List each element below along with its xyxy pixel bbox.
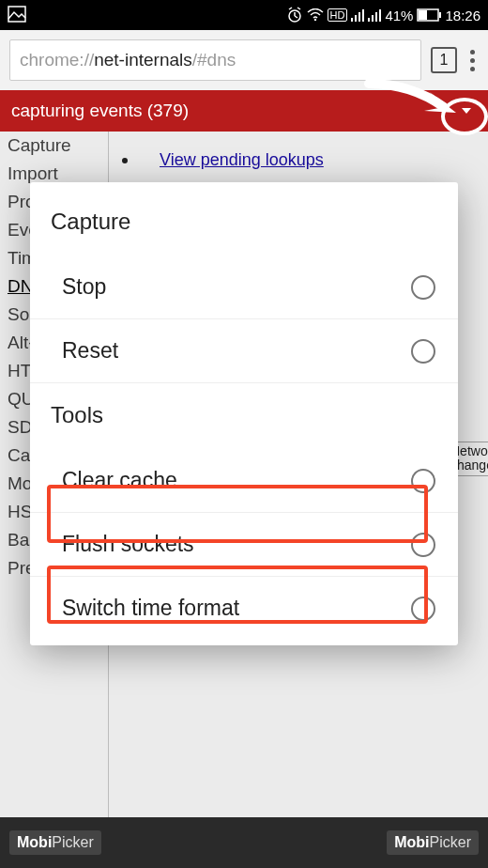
svg-rect-12 bbox=[372, 15, 374, 22]
option-label: Switch time format bbox=[62, 596, 239, 621]
menu-button[interactable] bbox=[466, 46, 479, 75]
hd-badge: HD bbox=[328, 8, 348, 22]
battery-icon bbox=[417, 8, 441, 22]
option-label: Clear cache bbox=[62, 468, 177, 493]
svg-line-4 bbox=[289, 8, 292, 9]
url-bar[interactable]: chrome://net-internals/#dns bbox=[9, 39, 421, 81]
watermark: MobiPicker bbox=[9, 830, 101, 855]
svg-line-3 bbox=[295, 16, 297, 18]
watermark-bar: MobiPicker MobiPicker bbox=[0, 817, 488, 868]
radio-icon bbox=[411, 275, 435, 300]
url-host: net-internals bbox=[94, 50, 192, 70]
tab-count: 1 bbox=[440, 52, 449, 69]
svg-rect-7 bbox=[351, 18, 353, 22]
svg-rect-9 bbox=[358, 12, 360, 22]
svg-point-6 bbox=[313, 19, 315, 21]
radio-icon bbox=[411, 597, 435, 621]
url-path: /#dns bbox=[192, 50, 236, 70]
options-dialog: Capture Stop Reset Tools Clear cache Flu… bbox=[30, 182, 458, 645]
picture-icon bbox=[8, 6, 26, 25]
dialog-section-capture: Capture bbox=[30, 182, 458, 256]
svg-rect-17 bbox=[419, 10, 427, 20]
browser-toolbar: chrome://net-internals/#dns 1 bbox=[0, 30, 488, 90]
battery-percent: 41% bbox=[385, 8, 413, 23]
wifi-icon bbox=[307, 8, 324, 22]
svg-line-5 bbox=[297, 8, 300, 9]
option-label: Stop bbox=[62, 274, 106, 300]
svg-rect-13 bbox=[375, 12, 377, 22]
signal-icon-2 bbox=[368, 8, 381, 22]
option-clear-cache[interactable]: Clear cache bbox=[30, 449, 458, 513]
tab-switcher[interactable]: 1 bbox=[431, 47, 457, 73]
option-label: Flush sockets bbox=[62, 532, 194, 557]
option-flush-sockets[interactable]: Flush sockets bbox=[30, 513, 458, 577]
svg-rect-16 bbox=[439, 12, 441, 18]
option-stop[interactable]: Stop bbox=[30, 256, 458, 319]
banner-text: capturing events (379) bbox=[11, 101, 189, 121]
alarm-icon bbox=[286, 7, 303, 23]
dialog-section-tools: Tools bbox=[30, 383, 458, 449]
radio-icon bbox=[411, 469, 435, 493]
signal-icon-1 bbox=[351, 8, 364, 22]
svg-rect-11 bbox=[368, 18, 370, 22]
svg-rect-10 bbox=[362, 9, 364, 22]
option-reset[interactable]: Reset bbox=[30, 319, 458, 383]
option-label: Reset bbox=[62, 338, 118, 364]
clock-text: 18:26 bbox=[445, 8, 480, 23]
radio-icon bbox=[411, 533, 435, 557]
radio-icon bbox=[411, 339, 435, 364]
status-bar: HD 41% 18:26 bbox=[0, 0, 488, 30]
capture-banner: capturing events (379) bbox=[0, 90, 488, 132]
banner-dropdown-icon[interactable] bbox=[462, 108, 471, 114]
svg-rect-14 bbox=[379, 9, 381, 22]
url-prefix: chrome:// bbox=[20, 50, 94, 70]
watermark: MobiPicker bbox=[387, 830, 479, 855]
svg-rect-8 bbox=[355, 15, 357, 22]
option-switch-time-format[interactable]: Switch time format bbox=[30, 577, 458, 640]
